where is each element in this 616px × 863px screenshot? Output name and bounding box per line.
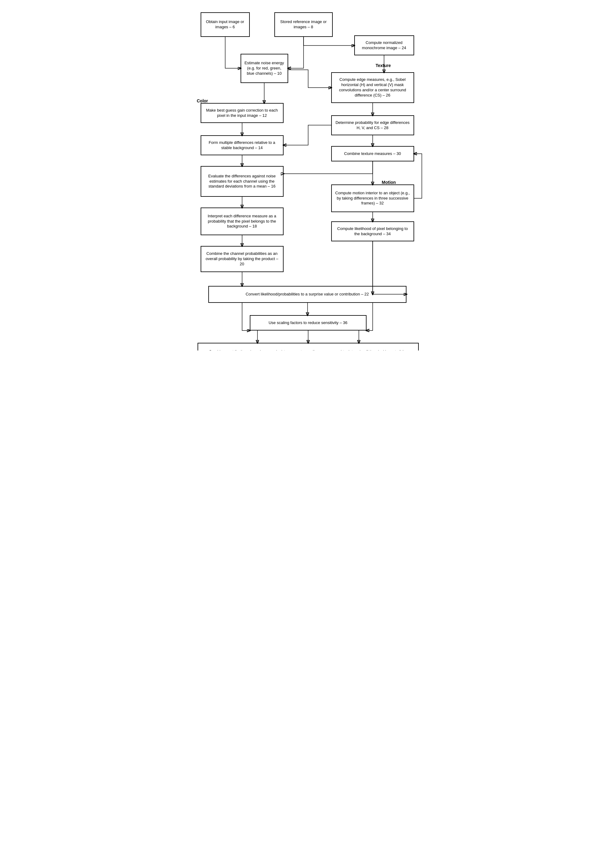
determine-prob-edge-label: Determine probability for edge differenc… (334, 120, 411, 131)
interpret-difference-box: Interpret each difference measure as a p… (201, 208, 284, 235)
combine-contributions-box: Combine contributions (e.g., by summing)… (198, 343, 419, 351)
estimate-noise-box: Estimate noise energy (e.g. for red, gre… (240, 54, 288, 83)
combine-channel-box: Combine the channel probabilities as an … (201, 246, 284, 272)
make-best-guess-box: Make best guess gain correction to each … (201, 103, 284, 123)
evaluate-differences-box: Evaluate the differences against noise e… (201, 166, 284, 197)
make-best-guess-label: Make best guess gain correction to each … (204, 108, 281, 118)
interpret-difference-label: Interpret each difference measure as a p… (204, 214, 281, 229)
form-multiple-box: Form multiple differences relative to a … (201, 135, 284, 155)
input-image-box: Obtain input image or images – 6 (201, 12, 250, 37)
estimate-noise-label: Estimate noise energy (e.g. for red, gre… (244, 61, 285, 76)
compute-normalized-box: Compute normalized monochrome image – 24 (354, 35, 414, 55)
use-scaling-box: Use scaling factors to reduce sensitivit… (250, 315, 366, 331)
motion-label: Motion (382, 180, 396, 185)
determine-prob-edge-box: Determine probability for edge differenc… (331, 115, 414, 135)
color-label: Color (197, 98, 208, 103)
compute-edge-box: Compute edge measures, e.g., Sobel horiz… (331, 72, 414, 103)
compute-likelihood-box: Compute likelihood of pixel belonging to… (331, 221, 414, 241)
input-image-label: Obtain input image or images – 6 (204, 19, 247, 30)
compute-motion-box: Compute motion interior to an object (e.… (331, 184, 414, 212)
combine-texture-label: Combine texture measures – 30 (344, 151, 401, 156)
compute-normalized-label: Compute normalized monochrome image – 24 (357, 40, 411, 51)
convert-likelihood-box: Convert likelihood/probabilities to a su… (208, 286, 407, 303)
combine-texture-box: Combine texture measures – 30 (331, 146, 414, 161)
convert-likelihood-label: Convert likelihood/probabilities to a su… (245, 292, 369, 297)
evaluate-differences-label: Evaluate the differences against noise e… (204, 174, 281, 189)
compute-likelihood-label: Compute likelihood of pixel belonging to… (334, 226, 411, 237)
use-scaling-label: Use scaling factors to reduce sensitivit… (269, 320, 347, 326)
combine-channel-label: Combine the channel probabilities as an … (204, 251, 281, 267)
compute-edge-label: Compute edge measures, e.g., Sobel horiz… (334, 77, 411, 98)
compute-motion-label: Compute motion interior to an object (e.… (334, 191, 411, 206)
combine-contributions-label: Combine contributions (e.g., by summing)… (201, 349, 416, 351)
form-multiple-label: Form multiple differences relative to a … (204, 140, 281, 151)
stored-reference-box: Stored reference image or images – 8 (274, 12, 333, 37)
texture-label: Texture (376, 63, 391, 68)
stored-reference-label: Stored reference image or images – 8 (277, 19, 330, 30)
